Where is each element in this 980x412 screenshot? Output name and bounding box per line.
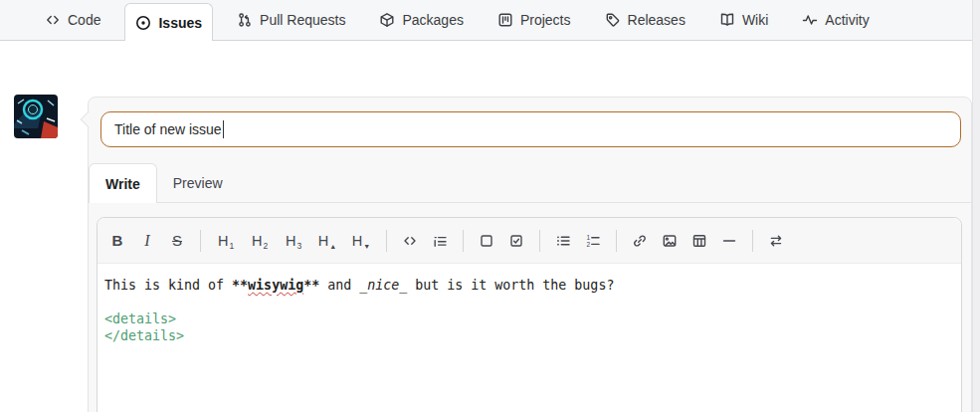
h-glyph: H <box>352 233 362 249</box>
nav-tab-label: Code <box>68 12 100 28</box>
tab-preview[interactable]: Preview <box>157 163 239 202</box>
toolbar-h3-button[interactable]: H3 <box>279 227 309 254</box>
toolbar-bullet-list-button[interactable] <box>550 227 577 254</box>
markdown-toolbar: B I S H1 H2 H3 H▲ H▼ <box>98 218 961 264</box>
toolbar-numbered-list-button[interactable]: 1 2 <box>580 227 607 254</box>
toolbar-switch-editor-button[interactable] <box>763 227 790 254</box>
table-icon <box>691 233 707 249</box>
text-plain: but is it worth the bugs? <box>407 278 614 293</box>
issue-title-input[interactable]: Title of new issue <box>100 111 961 147</box>
h-glyph: H <box>286 233 295 249</box>
code-icon <box>402 233 418 249</box>
bold-marker: ** <box>303 278 319 293</box>
nav-tab-label: Packages <box>402 12 463 28</box>
toolbar-separator <box>386 230 387 252</box>
text-plain: This is kind of <box>104 278 232 293</box>
nav-tab-label: Wiki <box>742 12 768 28</box>
nav-tab-issues[interactable]: Issues <box>124 3 213 41</box>
link-icon <box>632 233 648 249</box>
nav-tab-activity[interactable]: Activity <box>792 0 879 40</box>
toolbar-table-button[interactable] <box>686 227 713 254</box>
text-plain: and <box>319 278 359 293</box>
pull-request-icon <box>237 12 253 28</box>
html-tag-line: <details> <box>104 310 954 327</box>
nav-tab-projects[interactable]: Projects <box>488 0 581 40</box>
text-cursor <box>223 120 225 138</box>
package-icon <box>379 12 395 28</box>
issue-opened-icon <box>135 15 151 31</box>
toolbar-strikethrough-button[interactable]: S <box>164 227 191 254</box>
bullet-list-icon <box>555 233 571 249</box>
repo-nav: Code Issues Pull Requests Packages Proje… <box>0 0 980 41</box>
page-scrollbar[interactable] <box>972 0 980 412</box>
misspelled-word: wisywig <box>248 278 303 293</box>
h-glyph: H <box>252 233 262 249</box>
toolbar-heading-increase-button[interactable]: H▲ <box>312 227 343 254</box>
triangle-up-icon: ▲ <box>329 243 336 250</box>
toolbar-separator <box>200 230 201 252</box>
h3-sub: 3 <box>296 241 301 251</box>
triangle-down-icon: ▼ <box>363 243 370 250</box>
editor-line: This is kind of **wisywig** and _nice_ b… <box>104 277 954 294</box>
image-icon <box>662 233 678 249</box>
toolbar-checked-checkbox-button[interactable] <box>503 227 530 254</box>
tag-icon <box>605 12 621 28</box>
toolbar-heading-decrease-button[interactable]: H▼ <box>346 227 377 254</box>
title-row: Title of new issue <box>89 98 971 147</box>
tab-write[interactable]: Write <box>89 163 157 203</box>
toolbar-separator <box>539 230 540 252</box>
nav-tab-pull-requests[interactable]: Pull Requests <box>227 0 355 40</box>
toolbar-h2-button[interactable]: H2 <box>245 227 276 254</box>
numbered-list-icon: 1 2 <box>585 233 601 249</box>
toolbar-quote-button[interactable] <box>427 227 454 254</box>
toolbar-unchecked-checkbox-button[interactable] <box>474 227 500 254</box>
italic-text: _nice_ <box>359 278 407 293</box>
avatar-image <box>14 95 58 138</box>
h-glyph: H <box>318 233 328 249</box>
toolbar-separator <box>463 230 464 252</box>
checked-checkbox-icon <box>508 233 524 249</box>
nav-tab-packages[interactable]: Packages <box>369 0 473 40</box>
toolbar-link-button[interactable] <box>627 227 654 254</box>
toolbar-h1-button[interactable]: H1 <box>211 227 242 254</box>
nav-tab-releases[interactable]: Releases <box>595 0 695 40</box>
svg-text:2: 2 <box>587 240 591 247</box>
user-avatar <box>14 95 58 138</box>
toolbar-bold-button[interactable]: B <box>104 227 131 254</box>
h-glyph: H <box>218 233 228 249</box>
nav-tab-label: Pull Requests <box>260 12 345 28</box>
horizontal-rule-icon <box>721 233 737 249</box>
pulse-icon <box>802 12 818 28</box>
markdown-textarea[interactable]: This is kind of **wisywig** and _nice_ b… <box>98 264 961 412</box>
quote-icon <box>432 233 448 249</box>
editor-blank-line <box>104 294 954 310</box>
new-issue-form: Title of new issue Write Preview B I S H… <box>88 97 972 412</box>
nav-tab-label: Activity <box>825 12 869 28</box>
editor-tab-bar: Write Preview <box>89 163 971 203</box>
bold-marker: ** <box>232 278 248 293</box>
project-board-icon <box>497 12 513 28</box>
book-icon <box>719 12 735 28</box>
h2-sub: 2 <box>263 241 268 251</box>
tab-preview-label: Preview <box>173 175 223 191</box>
toolbar-horizontal-rule-button[interactable] <box>716 227 743 254</box>
nav-tab-label: Issues <box>158 15 202 31</box>
html-tag-line: </details> <box>104 327 954 344</box>
toolbar-italic-button[interactable]: I <box>134 227 161 254</box>
switch-arrows-icon <box>768 233 784 249</box>
toolbar-separator <box>752 230 753 252</box>
toolbar-image-button[interactable] <box>657 227 684 254</box>
markdown-editor: B I S H1 H2 H3 H▲ H▼ <box>97 217 962 412</box>
unchecked-checkbox-icon <box>479 233 494 249</box>
nav-tab-code[interactable]: Code <box>35 0 110 40</box>
new-issue-page: Title of new issue Write Preview B I S H… <box>0 41 980 412</box>
nav-tab-label: Projects <box>520 12 571 28</box>
tab-write-label: Write <box>105 176 140 192</box>
code-icon <box>45 12 61 28</box>
nav-tab-wiki[interactable]: Wiki <box>709 0 778 40</box>
issue-title-value: Title of new issue <box>114 121 222 137</box>
h1-sub: 1 <box>229 241 234 251</box>
toolbar-code-button[interactable] <box>397 227 424 254</box>
toolbar-separator <box>616 230 617 252</box>
nav-tab-label: Releases <box>628 12 686 28</box>
